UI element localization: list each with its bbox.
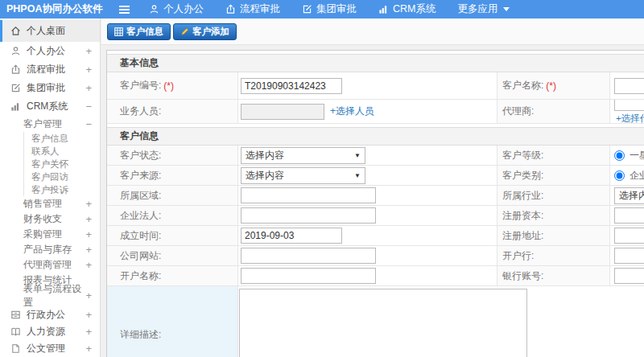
expand-icon[interactable]: + [85, 326, 100, 338]
sidebar-item-label: 个人桌面 [27, 24, 65, 38]
expand-icon[interactable]: + [85, 309, 100, 321]
pencil-icon [180, 27, 189, 36]
sidebar-item-customer-info[interactable]: 客户信息 [24, 132, 100, 145]
select-person-link[interactable]: +选择人员 [330, 105, 374, 118]
sidebar-item-label: 行政办公 [27, 308, 65, 322]
section-basic-info: 基本信息 客户编号:(*) 客户名称:(*) [107, 54, 644, 124]
topnav-group-approval[interactable]: 集团审批 [302, 2, 357, 16]
expand-icon[interactable]: + [85, 198, 100, 210]
sidebar-item-crm-system[interactable]: CRM系统 − [0, 97, 100, 116]
region-input[interactable] [241, 187, 376, 203]
form-row: 公司网站: 开户行: [107, 246, 644, 266]
topnav-label: CRM系统 [393, 2, 436, 16]
topnav-more-apps[interactable]: 更多应用 [457, 2, 510, 16]
sidebar-item-customer-followup[interactable]: 客户回访 [24, 170, 100, 183]
sidebar-item-label: 客户管理 [23, 117, 62, 131]
registered-capital-input[interactable] [614, 207, 644, 224]
level-one-star-radio[interactable] [614, 150, 625, 161]
tab-customer-info[interactable]: 客户信息 [107, 23, 171, 40]
expand-icon[interactable]: + [85, 244, 100, 256]
expand-icon[interactable]: + [85, 45, 100, 57]
topnav-label: 集团审批 [316, 2, 357, 16]
sidebar-item-human-resources[interactable]: 人力资源 + [0, 323, 100, 340]
topnav-workflow-approval[interactable]: 流程审批 [225, 2, 280, 16]
category-enterprise-radio[interactable] [614, 170, 625, 181]
founded-date-input[interactable] [241, 228, 342, 244]
expand-icon[interactable]: + [85, 228, 100, 240]
sidebar-item-document-management[interactable]: 公文管理 + [0, 340, 100, 357]
sales-person-input[interactable] [241, 104, 324, 120]
collapse-icon[interactable]: − [85, 101, 100, 113]
industry-select[interactable]: 选择内容▼ [614, 187, 644, 204]
collapse-icon[interactable]: − [85, 118, 100, 130]
sidebar-item-products-inventory[interactable]: 产品与库存 + [0, 242, 100, 257]
sidebar-item-customer-management[interactable]: 客户管理 − [0, 116, 100, 132]
sidebar-item-customer-care[interactable]: 客户关怀 [24, 158, 100, 170]
description-label: 详细描述: [107, 286, 238, 357]
sidebar-item-label: 集团审批 [27, 81, 65, 95]
sidebar-item-customer-complaint[interactable]: 客户投诉 [24, 183, 100, 196]
user-icon [10, 46, 21, 56]
required-mark: (*) [546, 80, 556, 92]
sidebar-item-personal-desktop[interactable]: 个人桌面 [0, 20, 100, 42]
form-row: 客户来源: 选择内容▼ 客户类别: 企业客户 [107, 166, 644, 186]
legal-person-input[interactable] [241, 207, 376, 224]
sidebar-item-finance[interactable]: 财务收支 + [0, 211, 100, 227]
section-title: 客户信息 [107, 127, 644, 146]
tab-customer-add[interactable]: 客户添加 [173, 23, 237, 40]
upload-icon [225, 4, 236, 14]
topnav-label: 更多应用 [457, 2, 497, 16]
sidebar-item-agent-management[interactable]: 代理商管理 + [0, 257, 100, 273]
website-input[interactable] [241, 248, 376, 264]
sidebar-item-personal-office[interactable]: 个人办公 + [0, 42, 100, 60]
book-icon [10, 326, 21, 337]
bank-branch-label: 开户行: [497, 246, 610, 265]
sidebar: 个人桌面 个人办公 + 流程审批 + 集团审批 + CRM系统 − 客户管理 −… [0, 18, 101, 357]
edit-icon [10, 83, 21, 93]
account-name-input[interactable] [241, 268, 376, 284]
sidebar-item-form-workflow-settings[interactable]: 表单与流程设置 + [0, 288, 100, 303]
description-textarea[interactable] [239, 289, 527, 357]
agent-input[interactable] [614, 100, 644, 111]
registered-capital-label: 注册资本: [497, 206, 610, 225]
customer-name-input[interactable] [614, 78, 644, 94]
section-customer-info: 客户信息 客户状态: 选择内容▼ 客户等级: 一星 [107, 127, 644, 357]
sidebar-item-label: 流程审批 [27, 63, 65, 76]
registered-address-input[interactable] [614, 228, 644, 244]
sidebar-item-label: 财务收支 [23, 212, 62, 226]
sidebar-item-workflow-approval[interactable]: 流程审批 + [0, 60, 100, 79]
sidebar-item-contacts[interactable]: 联系人 [24, 145, 100, 158]
customer-status-select[interactable]: 选择内容▼ [241, 147, 365, 164]
sales-person-label: 业务人员: [107, 100, 238, 123]
expand-icon[interactable]: + [85, 289, 100, 302]
user-icon [149, 4, 159, 14]
expand-icon[interactable]: + [85, 64, 100, 76]
sidebar-submenu-customer: 客户信息 联系人 客户关怀 客户回访 客户投诉 [23, 132, 100, 196]
topnav-personal-office[interactable]: 个人办公 [149, 2, 204, 16]
expand-icon[interactable]: + [85, 259, 100, 271]
sidebar-item-label: CRM系统 [27, 100, 68, 113]
hamburger-menu-icon[interactable] [119, 6, 130, 14]
expand-icon[interactable]: + [85, 343, 100, 355]
bank-account-input[interactable] [614, 268, 644, 284]
expand-icon[interactable]: + [85, 213, 100, 225]
customer-source-select[interactable]: 选择内容▼ [241, 167, 365, 184]
topnav-crm-system[interactable]: CRM系统 [378, 2, 436, 16]
required-mark: (*) [163, 80, 174, 92]
customer-level-label: 客户等级: [497, 146, 610, 165]
radio-label: 一星 [630, 149, 644, 162]
customer-no-input[interactable] [241, 78, 342, 94]
sidebar-item-group-approval[interactable]: 集团审批 + [0, 79, 100, 97]
sidebar-item-label: 销售管理 [23, 197, 62, 211]
bank-branch-input[interactable] [614, 248, 644, 264]
expand-icon[interactable]: + [85, 82, 100, 94]
sidebar-item-sales-management[interactable]: 销售管理 + [0, 196, 100, 211]
sidebar-item-procurement[interactable]: 采购管理 + [0, 227, 100, 242]
radio-label: 企业客户 [630, 169, 644, 183]
sidebar-item-label: 客户回访 [31, 171, 68, 183]
select-agent-link[interactable]: +选择代理商 [616, 113, 644, 123]
main-content: 客户信息 客户添加 基本信息 客户编号:(*) 客户 [101, 18, 644, 357]
upload-icon [10, 64, 21, 75]
customer-category-radios: 企业客户 [614, 169, 644, 183]
document-icon [10, 343, 21, 354]
